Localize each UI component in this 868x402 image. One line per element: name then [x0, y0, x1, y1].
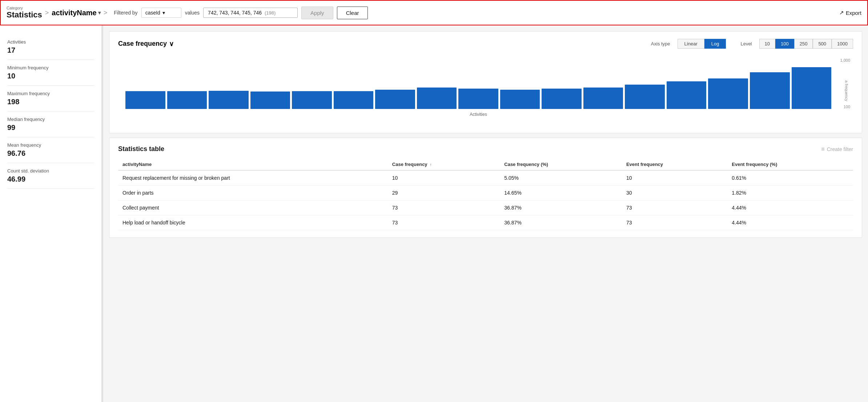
- create-filter-label: Create filter: [827, 146, 853, 152]
- export-arrow-icon: ↗: [839, 9, 844, 16]
- bar-14: [667, 81, 707, 109]
- cell-event-freq-pct-3: 4.44%: [727, 215, 853, 230]
- y-axis-freq-label: a frequency: [844, 80, 848, 101]
- filter-lines-icon: ≡: [821, 146, 824, 153]
- values-text: 742, 743, 744, 745, 746: [208, 10, 262, 16]
- level-label: Level: [740, 41, 752, 46]
- cell-activity-3: Help load or handoff bicycle: [118, 215, 388, 230]
- y-label-1000: 1,000: [840, 58, 850, 62]
- chart-title-dropdown[interactable]: Case frequency ∨: [118, 40, 174, 48]
- sidebar: Activities 17 Minimum frequency 10 Maxim…: [0, 25, 102, 402]
- breadcrumb-sep-1: >: [45, 9, 49, 17]
- chevron-down-icon: ▾: [98, 10, 101, 16]
- bar-16: [750, 72, 790, 109]
- export-button[interactable]: ↗ Export: [839, 9, 861, 16]
- table-header-row: activityName Case frequency ↑ Case frequ…: [118, 159, 853, 170]
- cell-case-freq-pct-2: 36.87%: [500, 200, 622, 215]
- table-section-header: Statistics table ≡ Create filter: [118, 145, 853, 153]
- header-filter-bar: Category Statistics > activityName ▾ > F…: [0, 0, 868, 25]
- category-label: Category: [7, 6, 42, 10]
- apply-button[interactable]: Apply: [301, 7, 333, 19]
- filter-field-chevron-icon: ▾: [162, 10, 165, 16]
- col-activity-name: activityName: [118, 159, 388, 170]
- bar-10: [500, 90, 540, 109]
- filtered-by-label: Filtered by: [114, 10, 137, 16]
- values-input[interactable]: 742, 743, 744, 745, 746 (198): [203, 8, 298, 18]
- bar-15: [708, 78, 748, 109]
- level-btn-1000[interactable]: 1000: [832, 39, 853, 49]
- level-btn-500[interactable]: 500: [813, 39, 832, 49]
- cell-activity-2: Collect payment: [118, 200, 388, 215]
- content-area: Case frequency ∨ Axis type Linear Log Le…: [103, 25, 868, 402]
- cell-case-freq-0: 10: [388, 170, 500, 186]
- table-row: Collect payment 73 36.87% 73 4.44%: [118, 200, 853, 215]
- cell-case-freq-pct-0: 5.05%: [500, 170, 622, 186]
- stat-activities: Activities 17: [7, 34, 94, 60]
- cell-event-freq-pct-0: 0.61%: [727, 170, 853, 186]
- values-label: values: [185, 10, 200, 16]
- table-title: Statistics table: [118, 145, 164, 153]
- chart-header: Case frequency ∨ Axis type Linear Log Le…: [118, 39, 853, 49]
- breadcrumb-root: Statistics: [7, 10, 42, 19]
- stat-min-freq-label: Minimum frequency: [7, 65, 94, 70]
- bar-chart: [125, 58, 831, 109]
- stat-max-freq-label: Maximum frequency: [7, 91, 94, 96]
- cell-event-freq-pct-2: 4.44%: [727, 200, 853, 215]
- col-case-freq[interactable]: Case frequency ↑: [388, 159, 500, 170]
- cell-event-freq-1: 30: [622, 186, 727, 200]
- level-buttons: 10 100 250 500 1000: [759, 39, 853, 49]
- stat-count-std-dev: Count std. deviation 46.99: [7, 163, 94, 189]
- create-filter-button[interactable]: ≡ Create filter: [821, 146, 853, 153]
- stat-activities-label: Activities: [7, 39, 94, 45]
- axis-btn-log[interactable]: Log: [704, 39, 726, 49]
- activity-name-dropdown[interactable]: activityName ▾: [52, 9, 100, 17]
- axis-type-buttons: Linear Log: [678, 39, 726, 49]
- cell-case-freq-3: 73: [388, 215, 500, 230]
- cell-event-freq-pct-1: 1.82%: [727, 186, 853, 200]
- activity-name-label: activityName: [52, 9, 96, 17]
- cell-event-freq-3: 73: [622, 215, 727, 230]
- main-layout: Activities 17 Minimum frequency 10 Maxim…: [0, 25, 868, 402]
- sort-asc-icon: ↑: [430, 162, 432, 167]
- stat-max-freq: Maximum frequency 198: [7, 86, 94, 111]
- values-count: (198): [265, 10, 276, 16]
- export-label: Export: [846, 10, 861, 16]
- clear-button[interactable]: Clear: [337, 7, 368, 19]
- bar-12: [583, 88, 623, 109]
- cell-case-freq-pct-3: 36.87%: [500, 215, 622, 230]
- cell-activity-1: Order in parts: [118, 186, 388, 200]
- stat-mean-freq-value: 96.76: [7, 149, 94, 158]
- stat-count-std-dev-label: Count std. deviation: [7, 168, 94, 174]
- y-label-100: 100: [840, 105, 850, 109]
- level-btn-10[interactable]: 10: [759, 39, 775, 49]
- col-case-freq-pct: Case frequency (%): [500, 159, 622, 170]
- bar-4: [250, 92, 290, 109]
- stat-median-freq: Median frequency 99: [7, 111, 94, 137]
- cell-case-freq-pct-1: 14.65%: [500, 186, 622, 200]
- stat-min-freq-value: 10: [7, 72, 94, 80]
- filter-field-select[interactable]: caseId ▾: [141, 8, 181, 18]
- chart-section: Case frequency ∨ Axis type Linear Log Le…: [109, 31, 862, 133]
- bar-17: [792, 67, 832, 109]
- breadcrumb-sep-2: >: [104, 9, 108, 17]
- bar-7: [375, 90, 415, 109]
- bar-3: [209, 91, 249, 109]
- level-btn-100[interactable]: 100: [775, 39, 794, 49]
- breadcrumb: Category Statistics > activityName ▾ >: [7, 6, 108, 20]
- stat-count-std-dev-value: 46.99: [7, 175, 94, 183]
- level-btn-250[interactable]: 250: [794, 39, 813, 49]
- stat-mean-freq-label: Mean frequency: [7, 142, 94, 148]
- axis-btn-linear[interactable]: Linear: [678, 39, 704, 49]
- bar-5: [292, 91, 332, 109]
- table-row: Help load or handoff bicycle 73 36.87% 7…: [118, 215, 853, 230]
- col-event-freq-pct: Event frequency (%): [727, 159, 853, 170]
- bar-6: [334, 91, 374, 109]
- cell-event-freq-0: 10: [622, 170, 727, 186]
- cell-event-freq-2: 73: [622, 200, 727, 215]
- x-axis-label: Activities: [125, 112, 831, 117]
- cell-activity-0: Request replacement for missing or broke…: [118, 170, 388, 186]
- stat-median-freq-label: Median frequency: [7, 117, 94, 122]
- filter-field-value: caseId: [145, 10, 160, 16]
- cell-case-freq-2: 73: [388, 200, 500, 215]
- bar-8: [417, 88, 457, 109]
